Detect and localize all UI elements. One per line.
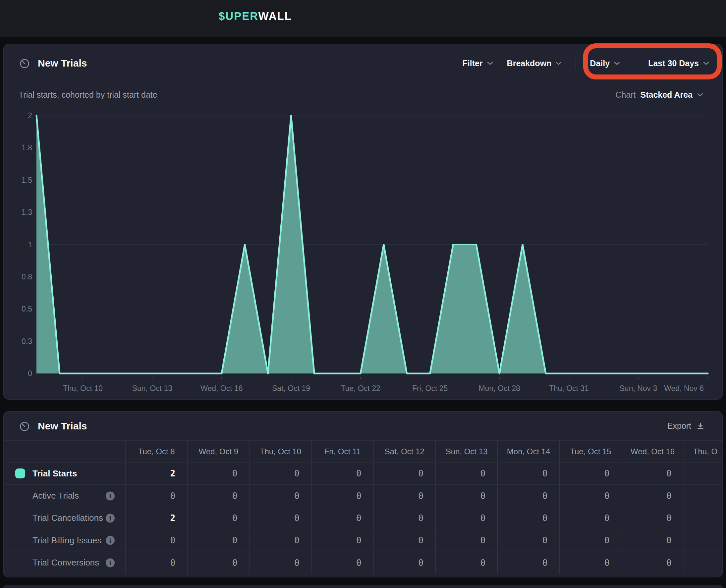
value-cell: 0 bbox=[126, 529, 187, 551]
value-cell: 0 bbox=[436, 462, 498, 484]
value-cell: 0 bbox=[560, 507, 622, 529]
value-cell: 0 bbox=[312, 462, 374, 484]
value-cell: 2 bbox=[126, 507, 187, 529]
download-icon bbox=[696, 421, 705, 431]
info-icon[interactable]: i bbox=[106, 558, 115, 567]
value-cell: 2 bbox=[126, 462, 187, 484]
value-cell: 0 bbox=[436, 507, 498, 529]
value-cell: 0 bbox=[622, 529, 684, 551]
table-panel-title: New Trials bbox=[38, 420, 87, 432]
value-cell: 0 bbox=[374, 507, 436, 529]
value-cell: 0 bbox=[622, 551, 684, 574]
value-cell: 0 bbox=[436, 484, 498, 507]
value-cell: 0 bbox=[374, 484, 436, 507]
x-axis-label: Wed, Oct 16 bbox=[200, 384, 243, 393]
app-logo: $UPERWALL bbox=[219, 10, 292, 22]
trials-area-chart[interactable]: 21.81.51.310.80.50.30Thu, Oct 10Sun, Oct… bbox=[4, 44, 723, 400]
column-header: Fri, Oct 11 bbox=[312, 441, 374, 462]
y-axis-label: 2 bbox=[28, 111, 32, 120]
y-axis-label: 1 bbox=[28, 240, 32, 249]
value-cell: 0 bbox=[249, 462, 311, 484]
value-cell: 0 bbox=[312, 507, 374, 529]
top-bar: $UPERWALL bbox=[0, 0, 726, 37]
column-header: Tue, Oct 15 bbox=[560, 441, 622, 462]
y-axis-label: 1.5 bbox=[22, 176, 32, 184]
value-cell: 0 bbox=[374, 551, 436, 574]
value-cell: 0 bbox=[187, 484, 249, 507]
export-button[interactable]: Export bbox=[667, 421, 705, 431]
series-swatch bbox=[15, 468, 25, 478]
value-cell: 0 bbox=[498, 462, 560, 484]
value-cell: 0 bbox=[498, 484, 560, 507]
info-icon[interactable]: i bbox=[106, 513, 115, 522]
value-cell: 0 bbox=[312, 551, 374, 574]
value-cell-partial bbox=[684, 529, 722, 551]
value-cell-partial bbox=[684, 507, 722, 529]
value-cell: 0 bbox=[436, 529, 498, 551]
x-axis-label: Tue, Oct 22 bbox=[341, 384, 380, 393]
next-panel-edge bbox=[3, 585, 723, 588]
row-label-active-trials: Active Trialsi bbox=[4, 484, 126, 507]
value-cell: 0 bbox=[312, 529, 374, 551]
column-header-partial: Thu, O bbox=[684, 441, 722, 462]
value-cell: 0 bbox=[374, 462, 436, 484]
value-cell: 0 bbox=[374, 529, 436, 551]
app-logo-rest: WALL bbox=[258, 10, 291, 22]
info-icon[interactable]: i bbox=[106, 491, 115, 500]
row-label-text: Trial Billing Issues bbox=[33, 536, 102, 546]
x-axis-label: Sun, Nov 3 bbox=[620, 384, 658, 393]
value-cell: 0 bbox=[560, 529, 622, 551]
value-cell: 0 bbox=[498, 551, 560, 574]
export-label: Export bbox=[667, 421, 691, 431]
column-header: Thu, Oct 10 bbox=[249, 441, 311, 462]
x-axis-label: Thu, Oct 10 bbox=[63, 384, 103, 393]
value-cell-partial bbox=[684, 484, 722, 507]
timer-icon bbox=[19, 420, 31, 432]
value-cell: 0 bbox=[249, 484, 311, 507]
chart-panel: New Trials Filter Breakdown Daily Last 3… bbox=[3, 44, 723, 400]
value-cell: 0 bbox=[249, 529, 311, 551]
x-axis-label: Wed, Nov 6 bbox=[664, 384, 704, 393]
y-axis-label: 1.8 bbox=[22, 143, 32, 152]
trials-table: Tue, Oct 8Wed, Oct 9Thu, Oct 10Fri, Oct … bbox=[4, 441, 722, 574]
value-cell: 0 bbox=[187, 551, 249, 574]
info-icon[interactable]: i bbox=[106, 536, 115, 545]
y-axis-label: 0.5 bbox=[22, 304, 32, 313]
column-header: Wed, Oct 16 bbox=[622, 441, 684, 462]
column-header: Sun, Oct 13 bbox=[436, 441, 498, 462]
y-axis-label: 0 bbox=[28, 369, 32, 378]
table-panel-header: New Trials Export bbox=[4, 412, 722, 441]
value-cell: 0 bbox=[436, 551, 498, 574]
value-cell: 0 bbox=[498, 529, 560, 551]
value-cell: 0 bbox=[187, 462, 249, 484]
column-header: Tue, Oct 8 bbox=[126, 441, 187, 462]
value-cell: 0 bbox=[312, 484, 374, 507]
table-title-wrap: New Trials bbox=[19, 420, 87, 432]
value-cell: 0 bbox=[560, 551, 622, 574]
row-label-trial-starts: Trial Starts bbox=[4, 462, 126, 484]
value-cell: 0 bbox=[187, 507, 249, 529]
value-cell: 0 bbox=[249, 507, 311, 529]
row-label-text: Trial Starts bbox=[33, 468, 77, 479]
y-axis-label: 0.8 bbox=[22, 272, 32, 281]
row-label-trial-conversions: Trial Conversionsi bbox=[4, 551, 126, 574]
table-corner-cell bbox=[4, 441, 126, 462]
value-cell: 0 bbox=[249, 551, 311, 574]
value-cell: 0 bbox=[560, 462, 622, 484]
row-label-trial-cancellations: Trial Cancellationsi bbox=[4, 507, 126, 529]
row-label-text: Trial Conversions bbox=[33, 558, 99, 568]
value-cell: 0 bbox=[126, 551, 187, 574]
table-panel: New Trials Export Tue, Oct 8Wed, Oct 9Th… bbox=[3, 411, 723, 578]
y-axis-label: 0.3 bbox=[22, 337, 32, 345]
x-axis-label: Fri, Oct 25 bbox=[412, 384, 448, 393]
value-cell: 0 bbox=[622, 484, 684, 507]
value-cell: 0 bbox=[622, 462, 684, 484]
app-logo-accent: $UPER bbox=[219, 10, 258, 22]
row-label-text: Active Trials bbox=[33, 491, 79, 501]
x-axis-label: Sun, Oct 13 bbox=[132, 384, 172, 393]
value-cell-partial bbox=[684, 462, 722, 484]
value-cell: 0 bbox=[187, 529, 249, 551]
row-label-text: Trial Cancellations bbox=[33, 513, 103, 523]
column-header: Sat, Oct 12 bbox=[374, 441, 436, 462]
row-label-trial-billing-issues: Trial Billing Issuesi bbox=[4, 529, 126, 551]
